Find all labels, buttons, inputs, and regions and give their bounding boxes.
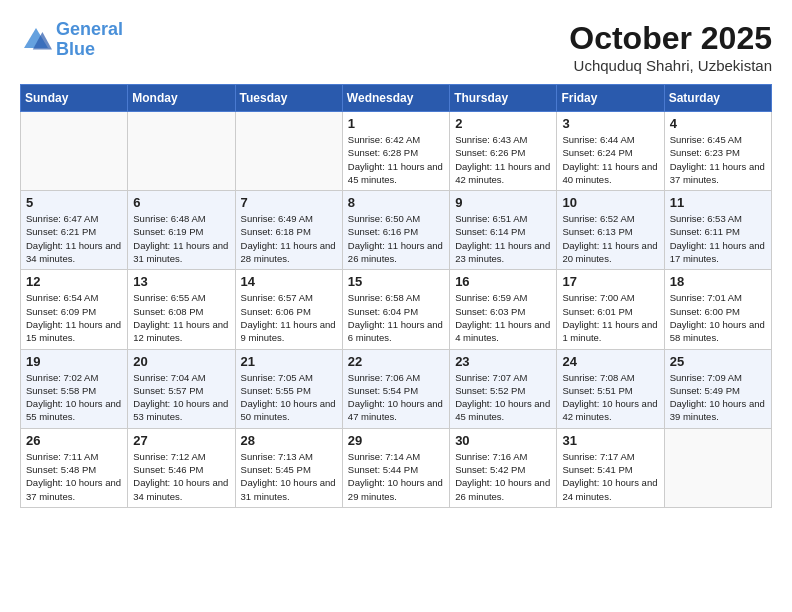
day-info: Sunrise: 7:16 AMSunset: 5:42 PMDaylight:… xyxy=(455,450,551,503)
weekday-header: Thursday xyxy=(450,85,557,112)
weekday-header: Wednesday xyxy=(342,85,449,112)
day-number: 5 xyxy=(26,195,122,210)
day-info: Sunrise: 6:57 AMSunset: 6:06 PMDaylight:… xyxy=(241,291,337,344)
day-info: Sunrise: 7:08 AMSunset: 5:51 PMDaylight:… xyxy=(562,371,658,424)
weekday-header: Sunday xyxy=(21,85,128,112)
calendar-day-cell: 12Sunrise: 6:54 AMSunset: 6:09 PMDayligh… xyxy=(21,270,128,349)
title-block: October 2025 Uchquduq Shahri, Uzbekistan xyxy=(569,20,772,74)
calendar-day-cell: 8Sunrise: 6:50 AMSunset: 6:16 PMDaylight… xyxy=(342,191,449,270)
day-number: 25 xyxy=(670,354,766,369)
calendar-day-cell: 30Sunrise: 7:16 AMSunset: 5:42 PMDayligh… xyxy=(450,428,557,507)
calendar-day-cell: 1Sunrise: 6:42 AMSunset: 6:28 PMDaylight… xyxy=(342,112,449,191)
calendar-day-cell: 6Sunrise: 6:48 AMSunset: 6:19 PMDaylight… xyxy=(128,191,235,270)
calendar-day-cell: 10Sunrise: 6:52 AMSunset: 6:13 PMDayligh… xyxy=(557,191,664,270)
logo-text: General Blue xyxy=(56,20,123,60)
day-number: 11 xyxy=(670,195,766,210)
logo: General Blue xyxy=(20,20,123,60)
calendar-day-cell: 23Sunrise: 7:07 AMSunset: 5:52 PMDayligh… xyxy=(450,349,557,428)
day-info: Sunrise: 6:43 AMSunset: 6:26 PMDaylight:… xyxy=(455,133,551,186)
calendar-day-cell: 17Sunrise: 7:00 AMSunset: 6:01 PMDayligh… xyxy=(557,270,664,349)
day-number: 20 xyxy=(133,354,229,369)
logo-line2: Blue xyxy=(56,39,95,59)
day-info: Sunrise: 6:59 AMSunset: 6:03 PMDaylight:… xyxy=(455,291,551,344)
day-info: Sunrise: 7:09 AMSunset: 5:49 PMDaylight:… xyxy=(670,371,766,424)
day-info: Sunrise: 7:05 AMSunset: 5:55 PMDaylight:… xyxy=(241,371,337,424)
calendar-day-cell: 29Sunrise: 7:14 AMSunset: 5:44 PMDayligh… xyxy=(342,428,449,507)
page-header: General Blue October 2025 Uchquduq Shahr… xyxy=(20,20,772,74)
day-number: 30 xyxy=(455,433,551,448)
calendar-day-cell: 21Sunrise: 7:05 AMSunset: 5:55 PMDayligh… xyxy=(235,349,342,428)
day-number: 14 xyxy=(241,274,337,289)
calendar-day-cell: 19Sunrise: 7:02 AMSunset: 5:58 PMDayligh… xyxy=(21,349,128,428)
day-number: 23 xyxy=(455,354,551,369)
calendar-day-cell xyxy=(235,112,342,191)
day-number: 19 xyxy=(26,354,122,369)
calendar-day-cell: 3Sunrise: 6:44 AMSunset: 6:24 PMDaylight… xyxy=(557,112,664,191)
day-number: 31 xyxy=(562,433,658,448)
day-number: 29 xyxy=(348,433,444,448)
day-number: 15 xyxy=(348,274,444,289)
day-info: Sunrise: 7:02 AMSunset: 5:58 PMDaylight:… xyxy=(26,371,122,424)
calendar-day-cell xyxy=(128,112,235,191)
day-number: 13 xyxy=(133,274,229,289)
day-info: Sunrise: 6:47 AMSunset: 6:21 PMDaylight:… xyxy=(26,212,122,265)
day-info: Sunrise: 7:00 AMSunset: 6:01 PMDaylight:… xyxy=(562,291,658,344)
logo-line1: General xyxy=(56,19,123,39)
calendar-day-cell: 24Sunrise: 7:08 AMSunset: 5:51 PMDayligh… xyxy=(557,349,664,428)
location: Uchquduq Shahri, Uzbekistan xyxy=(569,57,772,74)
day-info: Sunrise: 7:06 AMSunset: 5:54 PMDaylight:… xyxy=(348,371,444,424)
day-number: 21 xyxy=(241,354,337,369)
day-info: Sunrise: 6:58 AMSunset: 6:04 PMDaylight:… xyxy=(348,291,444,344)
month-title: October 2025 xyxy=(569,20,772,57)
calendar-week-row: 26Sunrise: 7:11 AMSunset: 5:48 PMDayligh… xyxy=(21,428,772,507)
calendar-week-row: 19Sunrise: 7:02 AMSunset: 5:58 PMDayligh… xyxy=(21,349,772,428)
day-number: 3 xyxy=(562,116,658,131)
calendar-day-cell: 15Sunrise: 6:58 AMSunset: 6:04 PMDayligh… xyxy=(342,270,449,349)
day-info: Sunrise: 6:51 AMSunset: 6:14 PMDaylight:… xyxy=(455,212,551,265)
calendar-day-cell: 5Sunrise: 6:47 AMSunset: 6:21 PMDaylight… xyxy=(21,191,128,270)
day-number: 12 xyxy=(26,274,122,289)
day-number: 17 xyxy=(562,274,658,289)
calendar-day-cell: 26Sunrise: 7:11 AMSunset: 5:48 PMDayligh… xyxy=(21,428,128,507)
calendar-day-cell xyxy=(664,428,771,507)
day-number: 22 xyxy=(348,354,444,369)
calendar-day-cell: 31Sunrise: 7:17 AMSunset: 5:41 PMDayligh… xyxy=(557,428,664,507)
calendar-day-cell: 22Sunrise: 7:06 AMSunset: 5:54 PMDayligh… xyxy=(342,349,449,428)
weekday-header: Friday xyxy=(557,85,664,112)
day-number: 16 xyxy=(455,274,551,289)
calendar-week-row: 1Sunrise: 6:42 AMSunset: 6:28 PMDaylight… xyxy=(21,112,772,191)
day-info: Sunrise: 7:17 AMSunset: 5:41 PMDaylight:… xyxy=(562,450,658,503)
day-info: Sunrise: 6:44 AMSunset: 6:24 PMDaylight:… xyxy=(562,133,658,186)
day-number: 27 xyxy=(133,433,229,448)
day-info: Sunrise: 7:13 AMSunset: 5:45 PMDaylight:… xyxy=(241,450,337,503)
calendar-day-cell: 7Sunrise: 6:49 AMSunset: 6:18 PMDaylight… xyxy=(235,191,342,270)
logo-icon xyxy=(20,24,52,56)
day-info: Sunrise: 6:48 AMSunset: 6:19 PMDaylight:… xyxy=(133,212,229,265)
day-info: Sunrise: 6:50 AMSunset: 6:16 PMDaylight:… xyxy=(348,212,444,265)
weekday-header: Saturday xyxy=(664,85,771,112)
day-number: 7 xyxy=(241,195,337,210)
day-info: Sunrise: 7:07 AMSunset: 5:52 PMDaylight:… xyxy=(455,371,551,424)
day-number: 6 xyxy=(133,195,229,210)
calendar-week-row: 5Sunrise: 6:47 AMSunset: 6:21 PMDaylight… xyxy=(21,191,772,270)
calendar-day-cell: 27Sunrise: 7:12 AMSunset: 5:46 PMDayligh… xyxy=(128,428,235,507)
day-info: Sunrise: 6:52 AMSunset: 6:13 PMDaylight:… xyxy=(562,212,658,265)
calendar-table: SundayMondayTuesdayWednesdayThursdayFrid… xyxy=(20,84,772,508)
calendar-day-cell xyxy=(21,112,128,191)
day-number: 26 xyxy=(26,433,122,448)
day-info: Sunrise: 7:12 AMSunset: 5:46 PMDaylight:… xyxy=(133,450,229,503)
day-info: Sunrise: 7:14 AMSunset: 5:44 PMDaylight:… xyxy=(348,450,444,503)
day-info: Sunrise: 7:04 AMSunset: 5:57 PMDaylight:… xyxy=(133,371,229,424)
calendar-day-cell: 16Sunrise: 6:59 AMSunset: 6:03 PMDayligh… xyxy=(450,270,557,349)
day-number: 10 xyxy=(562,195,658,210)
day-info: Sunrise: 6:45 AMSunset: 6:23 PMDaylight:… xyxy=(670,133,766,186)
weekday-header: Monday xyxy=(128,85,235,112)
calendar-day-cell: 9Sunrise: 6:51 AMSunset: 6:14 PMDaylight… xyxy=(450,191,557,270)
day-number: 2 xyxy=(455,116,551,131)
calendar-day-cell: 13Sunrise: 6:55 AMSunset: 6:08 PMDayligh… xyxy=(128,270,235,349)
calendar-day-cell: 2Sunrise: 6:43 AMSunset: 6:26 PMDaylight… xyxy=(450,112,557,191)
day-number: 4 xyxy=(670,116,766,131)
day-number: 8 xyxy=(348,195,444,210)
calendar-header-row: SundayMondayTuesdayWednesdayThursdayFrid… xyxy=(21,85,772,112)
day-info: Sunrise: 7:11 AMSunset: 5:48 PMDaylight:… xyxy=(26,450,122,503)
